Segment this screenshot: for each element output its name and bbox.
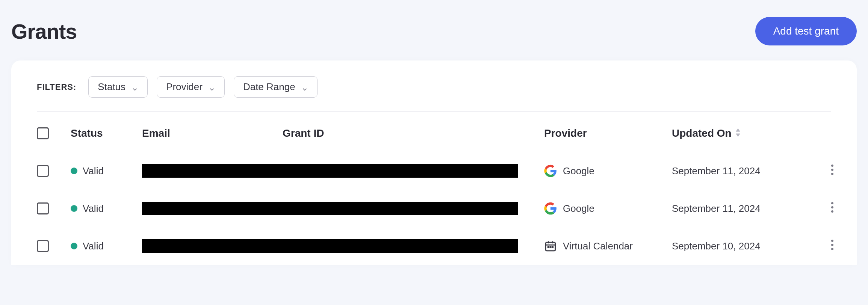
table-row: Valid Google September 11, 2024 [37, 152, 831, 190]
add-test-grant-button[interactable]: Add test grant [755, 17, 857, 45]
provider-text: Google [563, 165, 594, 177]
status-dot-icon [71, 168, 77, 174]
row-checkbox[interactable] [37, 240, 49, 252]
svg-point-3 [831, 169, 833, 171]
column-grant-id: Grant ID [283, 127, 324, 139]
column-email: Email [142, 127, 283, 139]
filter-status[interactable]: Status [88, 76, 148, 98]
provider-text: Google [563, 203, 594, 214]
updated-on-text: September 11, 2024 [672, 165, 803, 177]
provider-text: Virtual Calendar [563, 240, 633, 252]
status-text: Valid [83, 203, 104, 214]
filters-row: FILTERS: Status Provider Date Range [37, 76, 831, 112]
column-updated-on-label: Updated On [672, 127, 732, 139]
filter-date-range-label: Date Range [243, 81, 295, 93]
page-title: Grants [11, 19, 77, 44]
more-actions-icon[interactable] [831, 165, 833, 178]
redacted-email-grantid [142, 202, 518, 215]
google-icon [544, 202, 557, 215]
filter-provider[interactable]: Provider [157, 76, 225, 98]
filter-status-label: Status [98, 81, 126, 93]
chevron-down-icon [132, 84, 138, 91]
column-updated-on[interactable]: Updated On [672, 127, 803, 139]
calendar-icon [544, 240, 557, 252]
more-actions-icon[interactable] [831, 202, 833, 215]
google-icon [544, 165, 557, 177]
row-checkbox[interactable] [37, 202, 49, 214]
svg-point-12 [548, 246, 549, 248]
svg-point-17 [831, 248, 833, 250]
column-status: Status [71, 127, 142, 139]
redacted-email-grantid [142, 239, 518, 253]
more-actions-icon[interactable] [831, 240, 833, 253]
table-row: Valid Virtual Calendar Sept [37, 227, 831, 265]
column-provider: Provider [544, 127, 672, 139]
chevron-down-icon [301, 84, 308, 91]
filter-provider-label: Provider [166, 81, 203, 93]
updated-on-text: September 11, 2024 [672, 203, 803, 214]
table-row: Valid Google September 11, 2024 [37, 190, 831, 227]
redacted-email-grantid [142, 164, 518, 178]
svg-point-7 [831, 210, 833, 213]
svg-point-13 [550, 246, 551, 248]
filter-date-range[interactable]: Date Range [234, 76, 318, 98]
status-text: Valid [83, 240, 104, 252]
svg-point-2 [831, 165, 833, 167]
svg-point-4 [831, 173, 833, 175]
status-text: Valid [83, 165, 104, 177]
svg-marker-0 [736, 128, 740, 132]
svg-point-14 [552, 246, 553, 248]
status-dot-icon [71, 243, 77, 249]
chevron-down-icon [209, 84, 215, 91]
svg-point-6 [831, 206, 833, 208]
svg-point-15 [831, 240, 833, 242]
updated-on-text: September 10, 2024 [672, 240, 803, 252]
row-checkbox[interactable] [37, 165, 49, 177]
filters-label: FILTERS: [37, 82, 76, 92]
svg-point-5 [831, 202, 833, 204]
grants-card: FILTERS: Status Provider Date Range [11, 60, 857, 265]
sort-icon [735, 127, 741, 139]
svg-marker-1 [736, 133, 740, 137]
svg-point-16 [831, 244, 833, 246]
table-header: Status Email Grant ID Provider Updated O… [37, 112, 831, 152]
select-all-checkbox[interactable] [37, 127, 49, 139]
status-dot-icon [71, 205, 77, 212]
